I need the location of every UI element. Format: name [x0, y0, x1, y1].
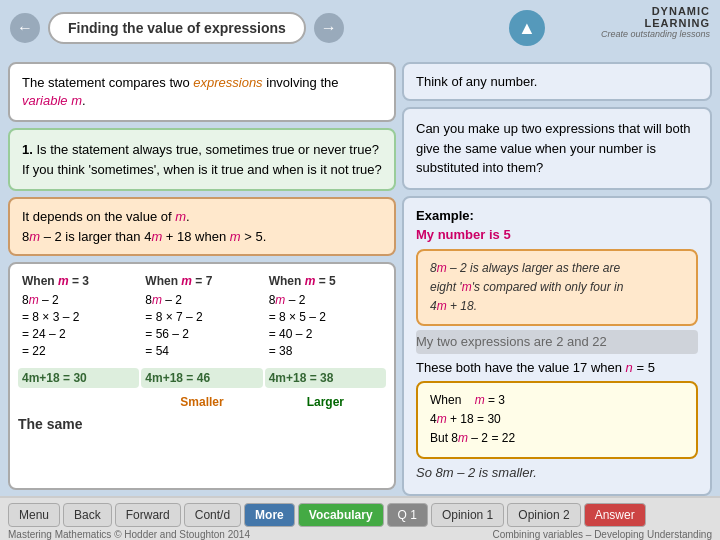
calc-table: When m = 3 8m – 2 = 8 × 3 – 2 = 24 – 2 =…: [18, 272, 386, 361]
col1-row2: = 8 × 3 – 2: [22, 309, 135, 326]
right-panel: Think of any number. Can you make up two…: [402, 62, 712, 490]
mastering-text: Mastering Mathematics © Hodder and Stoug…: [8, 529, 250, 540]
conclusion-text: So 8m – 2 is smaller.: [416, 459, 698, 487]
logo: DYNAMIC LEARNING Create outstanding less…: [601, 5, 710, 39]
statement-text-after: .: [82, 93, 86, 108]
menu-button[interactable]: Menu: [8, 503, 60, 527]
answer-button[interactable]: Answer: [584, 503, 646, 527]
table-container: When m = 3 8m – 2 = 8 × 3 – 2 = 24 – 2 =…: [8, 262, 396, 490]
footer-buttons: Menu Back Forward Cont/d More Vocabulary…: [0, 498, 720, 529]
can-you-box: Can you make up two expressions that wil…: [402, 107, 712, 190]
col2-row1: 8m – 2: [145, 292, 258, 309]
these-both-line: These both have the value 17 when n = 5: [416, 358, 698, 378]
question-text: Is the statement always true, sometimes …: [22, 142, 382, 177]
comp-cell3: Larger: [265, 392, 386, 412]
answer-box: It depends on the value of m. 8m – 2 is …: [8, 197, 396, 256]
col3-row4: = 38: [269, 343, 382, 360]
col3-row3: = 40 – 2: [269, 326, 382, 343]
footer: Menu Back Forward Cont/d More Vocabulary…: [0, 496, 720, 540]
answer-var-m: m: [175, 209, 186, 224]
example-area: Example: My number is 5 8m – 2 is always…: [402, 196, 712, 497]
forward-button[interactable]: Forward: [115, 503, 181, 527]
col2-row2: = 8 × 7 – 2: [145, 309, 258, 326]
page-title: Finding the value of expressions: [48, 12, 306, 44]
opinion1-button[interactable]: Opinion 1: [431, 503, 504, 527]
col1-header: When m = 3: [22, 274, 135, 288]
comparison-row: Smaller Larger: [18, 392, 386, 412]
main-content: The statement compares two expressions i…: [0, 56, 720, 496]
contd-button[interactable]: Cont/d: [184, 503, 241, 527]
col3-row1: 8m – 2: [269, 292, 382, 309]
example-label-text: Example:: [416, 208, 474, 223]
opinion2-button[interactable]: Opinion 2: [507, 503, 580, 527]
statement-box: The statement compares two expressions i…: [8, 62, 396, 122]
question-box: 1. Is the statement always true, sometim…: [8, 128, 396, 191]
logo-tagline: Create outstanding lessons: [601, 29, 710, 39]
table-col1: When m = 3 8m – 2 = 8 × 3 – 2 = 24 – 2 =…: [18, 272, 139, 361]
col3-row2: = 8 × 5 – 2: [269, 309, 382, 326]
col2-row3: = 56 – 2: [145, 326, 258, 343]
answer-var-m3: m: [151, 229, 162, 244]
think-box: Think of any number.: [402, 62, 712, 101]
back-button[interactable]: Back: [63, 503, 112, 527]
same-text: The same: [18, 416, 386, 432]
comp-cell2: Smaller: [141, 392, 262, 412]
more-button[interactable]: More: [244, 503, 295, 527]
popup-line3: But 8m – 2 = 22: [430, 429, 684, 448]
col1-row4: = 22: [22, 343, 135, 360]
nav-circle-icon[interactable]: ▲: [509, 10, 545, 46]
italic-line1: 8m – 2 is always larger as there areeigh…: [430, 261, 623, 313]
col1-row3: = 24 – 2: [22, 326, 135, 343]
total-row: 4m+18 = 30 4m+18 = 46 4m+18 = 38: [18, 368, 386, 388]
total-cell1: 4m+18 = 30: [18, 368, 139, 388]
question-number: 1.: [22, 142, 36, 157]
popup-line1: When m = 3: [430, 391, 684, 410]
comp-cell1: [18, 392, 139, 412]
statement-text-middle: involving the: [263, 75, 339, 90]
popup-box: When m = 3 4m + 18 = 30 But 8m – 2 = 22: [416, 381, 698, 459]
total-cell3: 4m+18 = 38: [265, 368, 386, 388]
think-text: Think of any number.: [416, 74, 537, 89]
blurred-row: My two expressions are 2 and 22: [416, 330, 698, 354]
logo-line2: LEARNING: [645, 17, 710, 29]
expressions-word: expressions: [193, 75, 262, 90]
total-cell2: 4m+18 = 46: [141, 368, 262, 388]
back-arrow-icon[interactable]: ←: [10, 13, 40, 43]
forward-arrow-icon[interactable]: →: [314, 13, 344, 43]
footer-info: Mastering Mathematics © Hodder and Stoug…: [0, 529, 720, 540]
col2-row4: = 54: [145, 343, 258, 360]
col2-header: When m = 7: [145, 274, 258, 288]
example-label: Example:: [416, 206, 698, 226]
logo-line1: DYNAMIC: [652, 5, 710, 17]
blurred-text: My two expressions are 2 and 22: [416, 334, 607, 349]
n-var: n: [626, 360, 633, 375]
left-panel: The statement compares two expressions i…: [8, 62, 396, 490]
my-number-line: My number is 5: [416, 225, 698, 245]
answer-var-m4: m: [230, 229, 241, 244]
answer-line2: 8m – 2 is larger than 4m + 18 when m > 5…: [22, 227, 382, 247]
my-number-text: My number is 5: [416, 227, 511, 242]
table-col2: When m = 7 8m – 2 = 8 × 7 – 2 = 56 – 2 =…: [141, 272, 262, 361]
can-you-text: Can you make up two expressions that wil…: [416, 121, 691, 175]
combining-text: Combining variables – Developing Underst…: [492, 529, 712, 540]
header: ← Finding the value of expressions → ▲ D…: [0, 0, 720, 56]
col1-row1: 8m – 2: [22, 292, 135, 309]
variable-word: variable m: [22, 93, 82, 108]
statement-text-before: The statement compares two: [22, 75, 193, 90]
q1-button[interactable]: Q 1: [387, 503, 428, 527]
col3-header: When m = 5: [269, 274, 382, 288]
answer-var-m2: m: [29, 229, 40, 244]
answer-line1: It depends on the value of m.: [22, 207, 382, 227]
italic-block: 8m – 2 is always larger as there areeigh…: [416, 249, 698, 327]
table-col3: When m = 5 8m – 2 = 8 × 5 – 2 = 40 – 2 =…: [265, 272, 386, 361]
vocabulary-button[interactable]: Vocabulary: [298, 503, 384, 527]
popup-line2: 4m + 18 = 30: [430, 410, 684, 429]
